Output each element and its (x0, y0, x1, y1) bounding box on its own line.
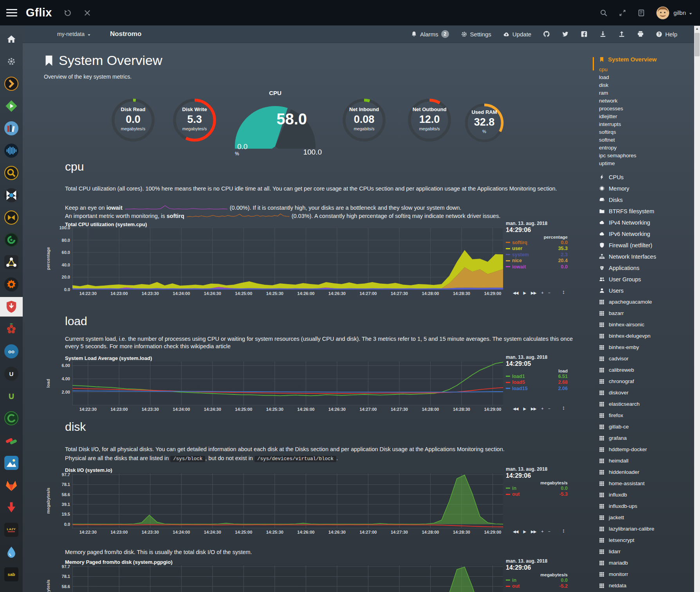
username-dropdown[interactable]: gilbn (673, 9, 693, 16)
app-tab-x[interactable] (0, 185, 23, 205)
menu-app-item-lazylibrarian-calibre[interactable]: lazylibrarian-calibre (599, 523, 695, 534)
chart-zoom-in-icon[interactable]: + (541, 529, 543, 534)
menu-app-item-calibreweb[interactable]: calibreweb (599, 364, 695, 376)
menu-app-item-chronograf[interactable]: chronograf (599, 376, 695, 387)
scrollbar-thumb[interactable] (695, 33, 700, 56)
chart-zoom-out-icon[interactable]: − (548, 407, 550, 411)
chart-plot-area[interactable] (72, 565, 503, 592)
chart-play-icon[interactable]: ▶ (523, 291, 526, 295)
update-button[interactable]: Update (503, 31, 531, 38)
gauge-net-inbound[interactable]: Net Inbound0.08megabits/s (341, 97, 387, 143)
app-tab-pills[interactable] (0, 431, 23, 450)
chart-resize-handle[interactable]: ↕ (562, 405, 565, 411)
menu-item-ipv4-networking[interactable]: IPv4 Networking (599, 217, 695, 228)
facebook-icon[interactable] (581, 31, 588, 38)
legend-item-load5[interactable]: load52.68 (506, 380, 568, 386)
app-tab-drop[interactable] (0, 542, 23, 562)
app-tab-gitlab[interactable] (0, 475, 23, 495)
menu-sub-item-cpu[interactable]: cpu (599, 66, 695, 74)
menu-app-item-binhex-delugevpn[interactable]: binhex-delugevpn (599, 330, 695, 342)
app-tab-sabnzbd[interactable]: sab (0, 565, 23, 584)
menu-app-item-diskover[interactable]: diskover (599, 387, 695, 398)
chart-zoom-in-icon[interactable]: + (541, 291, 543, 295)
chart-zoom-out-icon[interactable]: − (548, 291, 550, 295)
app-tab-u-green[interactable]: ∪ (0, 386, 23, 406)
avatar[interactable] (656, 6, 669, 20)
chart-zoom-out-icon[interactable]: − (548, 529, 550, 534)
memory-paged-chart[interactable]: Memory Paged from/to disk (system.pgpgio… (23, 558, 694, 592)
menu-app-item-netdata[interactable]: netdata (599, 580, 695, 591)
gauge-net-outbound[interactable]: Net Outbound12.0megabits/s (406, 97, 453, 143)
app-tab-active-shield[interactable] (0, 297, 23, 317)
app-tab-green-circle[interactable] (0, 408, 23, 428)
menu-sub-item-idlejitter[interactable]: idlejitter (599, 113, 695, 121)
menu-app-item-binhex-emby[interactable]: binhex-emby (599, 342, 695, 353)
menu-app-item-apacheguacamole[interactable]: apacheguacamole (599, 296, 695, 308)
legend-item-softirq[interactable]: softirq0.0 (506, 239, 568, 246)
chart-forward-icon[interactable]: ▶▶ (531, 291, 536, 295)
alarms-button[interactable]: Alarms 2 (411, 30, 449, 38)
fullscreen-icon[interactable] (619, 9, 626, 17)
menu-sub-item-softirqs[interactable]: softirqs (599, 128, 695, 136)
legend-item-in[interactable]: in0.0 (506, 577, 568, 583)
menu-app-item-influxdb-ups[interactable]: influxdb-ups (599, 500, 695, 512)
app-tab-oo[interactable]: oo (0, 342, 23, 361)
menu-item-firewall-netfilter-[interactable]: Firewall (netfilter) (599, 239, 695, 251)
menu-app-item-cadvisor[interactable]: cadvisor (599, 353, 695, 364)
menu-app-item-firefox[interactable]: firefox (599, 410, 695, 421)
chart-plot-area[interactable] (72, 228, 503, 290)
menu-item-user-groups[interactable]: User Groups (599, 274, 695, 285)
app-tab-plex[interactable] (0, 74, 23, 94)
changelog-icon[interactable] (637, 9, 645, 17)
legend-item-out[interactable]: out-5.2 (506, 583, 568, 590)
legend-item-in[interactable]: in0.0 (506, 485, 568, 491)
menu-app-item-elasticsearch[interactable]: elasticsearch (599, 398, 695, 410)
menu-sub-item-softnet[interactable]: softnet (599, 136, 695, 144)
legend-item-load15[interactable]: load152.06 (506, 385, 568, 392)
scrollbar-up-arrow[interactable]: ▲ (694, 27, 700, 31)
menu-item-btrfs-filesystem[interactable]: BTRFS filesystem (599, 205, 695, 217)
app-tab-cluster[interactable] (0, 319, 23, 339)
chart-plot-area[interactable] (72, 473, 503, 528)
chart-resize-handle[interactable]: ↕ (562, 527, 565, 534)
help-button[interactable]: ? Help (656, 31, 677, 38)
menu-sub-item-load[interactable]: load (599, 74, 695, 81)
home-tab[interactable] (0, 29, 23, 49)
print-icon[interactable] (637, 31, 644, 38)
menu-item-ipv6-networking[interactable]: IPv6 Networking (599, 228, 695, 239)
app-tab-swirl[interactable] (0, 230, 23, 250)
app-tab-photo[interactable] (0, 453, 23, 473)
search-icon[interactable] (600, 9, 608, 17)
hamburger-menu-icon[interactable] (6, 7, 17, 18)
chart-forward-icon[interactable]: ▶▶ (531, 529, 536, 534)
disk-io-chart[interactable]: Disk I/O (system.io)0.019.539.158.678.19… (23, 466, 694, 549)
menu-app-item-bazarr[interactable]: bazarr (599, 308, 695, 319)
app-tab-lazylibrarian[interactable]: LAZY (0, 520, 23, 540)
cpu-gauge[interactable]: CPU58.00.0%100.0 (234, 90, 316, 150)
menu-item-disks[interactable]: Disks (599, 194, 695, 205)
menu-sub-item-ram[interactable]: ram (599, 89, 695, 97)
app-tab-grafana[interactable] (0, 275, 23, 294)
scrollbar[interactable]: ▲ (694, 26, 700, 592)
gauge-disk-read[interactable]: Disk Read0.0megabytes/s (110, 97, 156, 143)
twitter-icon[interactable] (562, 31, 569, 38)
app-tab-emby[interactable] (0, 96, 23, 116)
menu-sub-item-network[interactable]: network (599, 97, 695, 105)
gauge-disk-write[interactable]: Disk Write5.3megabytes/s (171, 97, 218, 143)
menu-sub-item-entropy[interactable]: entropy (599, 144, 695, 152)
chart-backward-icon[interactable]: ◀◀ (513, 291, 518, 295)
app-tab-red-arrow[interactable] (0, 498, 23, 517)
chart-play-icon[interactable]: ▶ (523, 407, 526, 411)
legend-item-system[interactable]: system2.3 (506, 252, 568, 258)
export-icon[interactable] (618, 31, 625, 38)
app-tab-nodes[interactable] (0, 252, 23, 272)
app-tab-u-dark[interactable]: U (0, 364, 23, 383)
legend-item-user[interactable]: user35.3 (506, 246, 568, 252)
legend-item-nice[interactable]: nice20.4 (506, 258, 568, 264)
settings-tab[interactable] (0, 52, 23, 71)
chart-forward-icon[interactable]: ▶▶ (531, 407, 536, 411)
menu-sub-item-processes[interactable]: processes (599, 105, 695, 113)
menu-app-item-hiddenloader[interactable]: hiddenloader (599, 466, 695, 478)
import-icon[interactable] (599, 31, 606, 38)
legend-item-out[interactable]: out-5.3 (506, 491, 568, 498)
